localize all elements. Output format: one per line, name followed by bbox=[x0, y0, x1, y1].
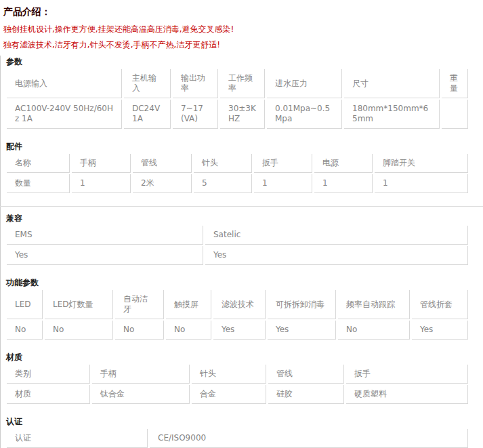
section-accessories: 配件 名称 手柄 管线 针头 扳手 电源 脚踏开关 数量 1 2米 5 1 1 bbox=[5, 142, 483, 195]
features-header-cell: 管线折套 bbox=[412, 290, 468, 319]
compat-value-row: Yes Yes bbox=[7, 246, 468, 265]
cert-row: 认证 CE/ISO9000 bbox=[7, 429, 468, 448]
params-value-cell: 7~17(VA) bbox=[173, 100, 218, 129]
section-title-params: 参数 bbox=[6, 57, 483, 67]
section-features: 功能参数 LED LED灯数量 自动洁牙 触摸屏 滤波技术 可拆拆卸消毒 频率自… bbox=[5, 278, 483, 341]
accessories-value-row: 数量 1 2米 5 1 1 1 bbox=[7, 174, 468, 193]
cert-label-cell: 认证 bbox=[7, 429, 148, 448]
section-title-compat: 兼容 bbox=[6, 213, 483, 224]
section-title-accessories: 配件 bbox=[6, 142, 483, 152]
params-value-cell: 0.01Mpa~0.5Mpa bbox=[267, 100, 342, 129]
params-header-cell: 工作频率 bbox=[220, 69, 265, 98]
params-header-cell: 重量 bbox=[442, 69, 468, 98]
accessories-header-cell: 扳手 bbox=[254, 154, 312, 173]
features-value-cell: No bbox=[115, 321, 164, 340]
params-value-cell: AC100V-240V 50Hz/60Hz 1A bbox=[7, 100, 122, 129]
features-value-cell: No bbox=[7, 321, 43, 340]
params-header-cell: 主机输入 bbox=[124, 69, 171, 98]
product-intro-header: 产品介绍： 独创挂机设计,操作更方便,挂架还能高温高压消毒,避免交叉感染! 独有… bbox=[0, 0, 483, 49]
accessories-header-cell: 名称 bbox=[7, 154, 70, 173]
accessories-value-cell: 2米 bbox=[133, 174, 192, 193]
accessories-value-cell: 1 bbox=[375, 174, 468, 193]
section-params: 参数 电源输入 主机输入 输出功率 工作频率 进水压力 尺寸 重量 AC100V… bbox=[5, 57, 483, 130]
accessories-value-cell: 1 bbox=[314, 174, 373, 193]
accessories-value-cell: 5 bbox=[194, 174, 252, 193]
accessories-header-cell: 针头 bbox=[194, 154, 252, 173]
materials-value-cell: 硬质塑料 bbox=[346, 385, 468, 404]
accessories-table: 名称 手柄 管线 针头 扳手 电源 脚踏开关 数量 1 2米 5 1 1 1 bbox=[5, 152, 470, 195]
features-table: LED LED灯数量 自动洁牙 触摸屏 滤波技术 可拆拆卸消毒 频率自动跟踪 管… bbox=[5, 289, 470, 341]
section-cert: 认证 认证 CE/ISO9000 标准 国标 bbox=[5, 417, 483, 448]
materials-value-cell: 合金 bbox=[192, 385, 266, 404]
cert-value-cell: CE/ISO9000 bbox=[150, 429, 468, 448]
params-table: 电源输入 主机输入 输出功率 工作频率 进水压力 尺寸 重量 AC100V-24… bbox=[5, 68, 470, 130]
features-header-cell: 频率自动跟踪 bbox=[338, 290, 410, 319]
params-header-row: 电源输入 主机输入 输出功率 工作频率 进水压力 尺寸 重量 bbox=[7, 69, 468, 98]
section-title-features: 功能参数 bbox=[6, 278, 483, 288]
compat-header-cell: EMS bbox=[7, 226, 203, 245]
compat-value-cell: Yes bbox=[205, 246, 468, 265]
params-value-row: AC100V-240V 50Hz/60Hz 1A DC24V 1A 7~17(V… bbox=[7, 100, 468, 129]
accessories-value-cell: 1 bbox=[254, 174, 312, 193]
accessories-header-cell: 脚踏开关 bbox=[375, 154, 468, 173]
cert-table: 认证 CE/ISO9000 标准 国标 bbox=[5, 428, 470, 448]
compat-header-row: EMS Satelic bbox=[7, 226, 468, 245]
params-value-cell: 180mm*150mm*65mm bbox=[344, 100, 440, 129]
materials-header-cell: 扳手 bbox=[346, 365, 468, 384]
product-description-line-2: 独有滤波技术,洁牙有力,针头不发烫,手柄不产热,洁牙更舒适! bbox=[3, 40, 478, 49]
product-description-line-1: 独创挂机设计,操作更方便,挂架还能高温高压消毒,避免交叉感染! bbox=[3, 24, 478, 34]
features-value-cell: Yes bbox=[412, 321, 468, 340]
params-header-cell: 电源输入 bbox=[7, 69, 122, 98]
section-compat: 兼容 EMS Satelic Yes Yes bbox=[5, 213, 483, 266]
features-value-row: No No No No Yes Yes No Yes bbox=[7, 321, 468, 340]
section-title-materials: 材质 bbox=[6, 352, 483, 363]
compat-value-cell: Yes bbox=[7, 246, 203, 265]
materials-header-cell: 手柄 bbox=[92, 365, 190, 384]
spec-content-area: 参数 电源输入 主机输入 输出功率 工作频率 进水压力 尺寸 重量 AC100V… bbox=[0, 56, 483, 448]
accessories-value-cell: 1 bbox=[72, 174, 131, 193]
section-materials: 材质 类别 手柄 针头 管线 扳手 材质 钛合金 合金 硅胶 硬质塑料 bbox=[5, 352, 483, 405]
materials-value-row: 材质 钛合金 合金 硅胶 硬质塑料 bbox=[7, 385, 468, 404]
accessories-header-cell: 电源 bbox=[314, 154, 373, 173]
materials-value-cell: 硅胶 bbox=[268, 385, 344, 404]
materials-header-row: 类别 手柄 针头 管线 扳手 bbox=[7, 365, 468, 384]
params-value-cell: 30±3KHZ bbox=[220, 100, 265, 129]
page-title: 产品介绍： bbox=[3, 6, 478, 18]
compat-table: EMS Satelic Yes Yes bbox=[5, 224, 470, 266]
params-value-cell bbox=[442, 100, 468, 129]
features-value-cell: No bbox=[338, 321, 410, 340]
params-header-cell: 输出功率 bbox=[173, 69, 218, 98]
materials-header-cell: 管线 bbox=[268, 365, 344, 384]
materials-table: 类别 手柄 针头 管线 扳手 材质 钛合金 合金 硅胶 硬质塑料 bbox=[5, 363, 470, 405]
features-header-row: LED LED灯数量 自动洁牙 触摸屏 滤波技术 可拆拆卸消毒 频率自动跟踪 管… bbox=[7, 290, 468, 319]
features-value-cell: Yes bbox=[213, 321, 266, 340]
features-header-cell: 滤波技术 bbox=[213, 290, 266, 319]
accessories-header-row: 名称 手柄 管线 针头 扳手 电源 脚踏开关 bbox=[7, 154, 468, 173]
features-header-cell: LED bbox=[7, 290, 43, 319]
params-header-cell: 进水压力 bbox=[267, 69, 342, 98]
features-value-cell: No bbox=[45, 321, 113, 340]
features-value-cell: No bbox=[166, 321, 211, 340]
params-value-cell: DC24V 1A bbox=[124, 100, 171, 129]
materials-header-cell: 针头 bbox=[192, 365, 266, 384]
accessories-header-cell: 管线 bbox=[133, 154, 192, 173]
features-header-cell: 触摸屏 bbox=[166, 290, 211, 319]
params-header-cell: 尺寸 bbox=[344, 69, 440, 98]
materials-header-cell: 类别 bbox=[7, 365, 90, 384]
features-header-cell: LED灯数量 bbox=[45, 290, 113, 319]
module-separator bbox=[0, 206, 483, 207]
features-header-cell: 可拆拆卸消毒 bbox=[268, 290, 336, 319]
materials-value-cell: 钛合金 bbox=[92, 385, 190, 404]
section-title-cert: 认证 bbox=[6, 417, 483, 427]
materials-value-cell: 材质 bbox=[7, 385, 90, 404]
accessories-header-cell: 手柄 bbox=[72, 154, 131, 173]
accessories-value-cell: 数量 bbox=[7, 174, 70, 193]
compat-header-cell: Satelic bbox=[205, 226, 468, 245]
features-value-cell: Yes bbox=[268, 321, 336, 340]
features-header-cell: 自动洁牙 bbox=[115, 290, 164, 319]
